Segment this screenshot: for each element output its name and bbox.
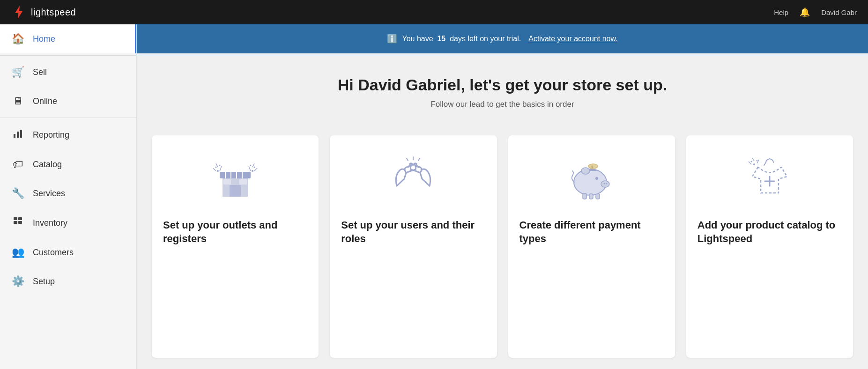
svg-rect-3	[14, 217, 17, 220]
sidebar-item-customers[interactable]: 👥 Customers	[0, 238, 136, 267]
sidebar-item-home[interactable]: 🏠 Home	[0, 24, 136, 53]
sidebar-item-services[interactable]: 🔧 Services	[0, 179, 136, 208]
card-payment[interactable]: $ Create different payment types	[508, 135, 675, 358]
svg-line-22	[213, 168, 216, 171]
sidebar-item-catalog[interactable]: 🏷 Catalog	[0, 150, 136, 179]
top-nav-right: Help 🔔 David Gabr	[774, 7, 857, 17]
sidebar-item-label: Home	[33, 34, 55, 44]
logo-area: lightspeed	[11, 5, 76, 20]
lightspeed-logo-icon	[11, 5, 26, 20]
svg-rect-41	[589, 194, 593, 199]
online-icon: 🖥	[11, 95, 24, 107]
sidebar-item-label: Inventory	[33, 218, 67, 228]
svg-rect-37	[589, 170, 597, 171]
sell-icon: 🛒	[11, 66, 24, 78]
reporting-icon	[11, 128, 24, 141]
sidebar-item-label: Setup	[33, 277, 55, 287]
sidebar-item-online[interactable]: 🖥 Online	[0, 87, 136, 116]
customers-icon: 👥	[11, 246, 24, 258]
inventory-icon	[11, 216, 24, 229]
card-outlets[interactable]: Set up your outlets and registers	[152, 135, 319, 358]
hero-section: Hi David Gabriel, let's get your store s…	[137, 53, 868, 124]
cards-section: Set up your outlets and registers	[137, 124, 868, 369]
card-payment-icon: $	[519, 148, 664, 209]
svg-point-17	[215, 167, 217, 168]
svg-rect-4	[18, 217, 22, 220]
sidebar-item-label: Online	[33, 96, 57, 106]
sidebar-item-label: Services	[33, 189, 65, 199]
setup-icon: ⚙️	[11, 275, 24, 288]
sidebar-item-inventory[interactable]: Inventory	[0, 208, 136, 238]
bell-icon[interactable]: 🔔	[800, 7, 810, 17]
svg-rect-15	[239, 179, 247, 184]
handshake-icon	[387, 153, 439, 205]
piggy-bank-icon: $	[566, 153, 617, 205]
svg-rect-1	[17, 132, 19, 138]
card-catalog-title: Add your product catalog to Lightspeed	[697, 219, 842, 245]
card-users-title: Set up your users and their roles	[341, 219, 485, 245]
sidebar-item-setup[interactable]: ⚙️ Setup	[0, 267, 136, 296]
content-area: ℹ️ You have 15 days left on your trial. …	[137, 24, 868, 369]
svg-point-35	[581, 168, 590, 174]
svg-point-16	[217, 170, 219, 172]
svg-point-32	[601, 181, 609, 187]
svg-point-18	[219, 165, 221, 166]
user-name: David Gabr	[821, 8, 857, 16]
card-users[interactable]: Set up your users and their roles	[330, 135, 497, 358]
tshirt-add-icon	[744, 153, 795, 205]
activate-account-link[interactable]: Activate your account now.	[528, 35, 617, 43]
trial-message: You have 15 days left on your trial.	[402, 35, 521, 43]
sidebar-item-label: Catalog	[33, 160, 62, 170]
help-link[interactable]: Help	[774, 8, 788, 16]
svg-point-45	[753, 163, 755, 165]
svg-line-29	[407, 158, 408, 161]
sidebar-item-label: Customers	[33, 248, 74, 258]
svg-point-34	[606, 183, 607, 184]
card-users-icon	[341, 148, 485, 209]
svg-point-21	[250, 165, 252, 166]
sidebar-item-label: Sell	[33, 67, 47, 77]
card-outlets-icon	[163, 148, 307, 209]
main-layout: 🏠 Home 🛒 Sell 🖥 Online Reporting 🏷	[0, 24, 868, 369]
svg-point-47	[756, 160, 757, 162]
svg-line-49	[752, 158, 754, 161]
svg-rect-5	[14, 221, 17, 224]
svg-point-19	[252, 170, 253, 172]
catalog-icon: 🏷	[11, 158, 24, 170]
sidebar-item-sell[interactable]: 🛒 Sell	[0, 58, 136, 87]
hero-heading: Hi David Gabriel, let's get your store s…	[152, 76, 853, 94]
card-catalog-icon	[697, 148, 842, 209]
svg-rect-13	[230, 185, 241, 197]
store-icon	[209, 153, 261, 205]
sidebar-divider-2	[0, 118, 136, 118]
sidebar-divider	[0, 55, 136, 56]
svg-rect-0	[14, 134, 15, 138]
sidebar-item-reporting[interactable]: Reporting	[0, 120, 136, 150]
svg-line-30	[418, 158, 420, 161]
svg-point-46	[750, 161, 752, 162]
svg-rect-8	[220, 172, 251, 178]
svg-rect-42	[596, 194, 600, 199]
svg-line-51	[764, 162, 766, 165]
trial-banner: ℹ️ You have 15 days left on your trial. …	[137, 24, 868, 53]
hero-subheading: Follow our lead to get the basics in ord…	[152, 100, 853, 109]
sidebar-item-label: Reporting	[33, 130, 69, 140]
card-payment-title: Create different payment types	[519, 219, 664, 245]
card-catalog[interactable]: Add your product catalog to Lightspeed	[686, 135, 853, 358]
svg-text:$: $	[591, 165, 594, 169]
svg-rect-6	[18, 221, 22, 224]
svg-point-36	[595, 177, 598, 180]
svg-rect-14	[223, 179, 231, 184]
svg-point-33	[603, 183, 605, 184]
card-outlets-title: Set up your outlets and registers	[163, 219, 307, 245]
logo-text: lightspeed	[31, 7, 76, 18]
svg-line-25	[254, 168, 257, 171]
svg-line-24	[220, 166, 222, 171]
info-icon: ℹ️	[387, 34, 397, 44]
svg-line-27	[249, 166, 251, 171]
sidebar: 🏠 Home 🛒 Sell 🖥 Online Reporting 🏷	[0, 24, 137, 369]
home-icon: 🏠	[11, 33, 24, 45]
svg-rect-40	[583, 193, 586, 199]
top-nav: lightspeed Help 🔔 David Gabr	[0, 0, 868, 24]
services-icon: 🔧	[11, 187, 24, 199]
